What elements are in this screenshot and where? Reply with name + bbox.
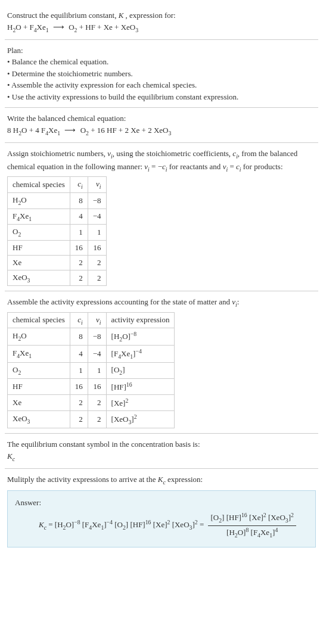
equation-unbalanced: H2O + F4Xe1 ⟶ O2 + HF + Xe + XeO3 <box>7 21 316 35</box>
section-symbol: The equilibrium constant symbol in the c… <box>5 434 318 469</box>
cell-species: HF <box>8 240 70 255</box>
table-row: XeO3 2 2 [XeO3]2 <box>8 411 175 428</box>
kc-expression: Kc = [H2O]−8 [F4Xe1]−4 [O2] [HF]16 [Xe]2… <box>15 511 308 540</box>
cell-species: Xe <box>8 255 70 270</box>
activity-table: chemical species ci νi activity expressi… <box>7 312 175 429</box>
t: [HF] <box>224 513 241 522</box>
cell-vi: 2 <box>88 255 106 270</box>
cell-species: O2 <box>8 225 70 241</box>
sub: 2 <box>18 231 21 238</box>
activity-text: Assemble the activity expressions accoun… <box>7 296 316 309</box>
section-multiply: Mulitply the activity expressions to arr… <box>5 469 318 552</box>
t: [XeO <box>170 520 189 529</box>
t: Xe <box>260 528 269 537</box>
t: expression: <box>166 475 203 484</box>
table-row: Xe 2 2 <box>8 255 107 270</box>
sub: i <box>100 319 101 325</box>
t: O <box>21 331 26 340</box>
stoich-text: Assign stoichiometric numbers, νi, using… <box>7 148 316 174</box>
sup: 2 <box>125 397 128 404</box>
t: = <box>198 520 206 529</box>
col-ci: ci <box>70 177 88 193</box>
multiply-text: Mulitply the activity expressions to arr… <box>7 474 316 487</box>
t: ] <box>122 365 125 374</box>
t: [XeO <box>266 513 285 522</box>
section-balanced: Write the balanced chemical equation: 8 … <box>5 108 318 143</box>
t: O <box>13 227 18 236</box>
t: [H <box>55 520 63 529</box>
col-activity: activity expression <box>106 312 175 328</box>
cell-vi: 2 <box>88 411 106 428</box>
t: O] <box>66 520 74 529</box>
cell-species: XeO3 <box>8 411 70 428</box>
stoich-table: chemical species ci νi H2O 8 −8 F4Xe1 4 … <box>7 176 107 286</box>
sup: 16 <box>126 381 132 388</box>
cell-ci: 8 <box>70 328 88 346</box>
sub: c <box>13 455 15 462</box>
balanced-title: Write the balanced chemical equation: <box>7 113 316 125</box>
table-row: H2O 8 −8 <box>8 192 107 209</box>
t: Xe <box>48 126 57 135</box>
t: O] <box>238 528 246 537</box>
t: [O <box>210 513 219 522</box>
section-activity: Assemble the activity expressions accoun… <box>5 291 318 434</box>
t: O + 4 F <box>21 126 45 135</box>
table-row: Xe 2 2 [Xe]2 <box>8 394 175 410</box>
cell-vi: 16 <box>88 240 106 255</box>
table-row: HF 16 16 <box>8 240 107 255</box>
sup: 16 <box>145 519 151 525</box>
cell-ci: 16 <box>70 378 88 394</box>
t: Xe <box>92 520 101 529</box>
plan-title: Plan: <box>7 45 316 57</box>
cell-ci: 1 <box>70 363 88 379</box>
cell-species: F4Xe1 <box>8 209 70 225</box>
cell-vi: −8 <box>88 328 106 346</box>
cell-vi: 1 <box>88 225 106 241</box>
cell-species: HF <box>8 378 70 394</box>
t: Xe <box>20 349 29 357</box>
t: O <box>13 365 18 374</box>
cell-ci: 2 <box>70 255 88 270</box>
sub: 3 <box>27 418 30 425</box>
v: K <box>39 520 44 529</box>
t: + 16 HF + 2 Xe + 2 XeO <box>89 126 169 135</box>
t: [H <box>226 528 235 537</box>
t: for reactants and <box>167 162 223 171</box>
sup: −4 <box>135 348 141 354</box>
section-construct: Construct the equilibrium constant, K , … <box>5 5 318 40</box>
t: [HF] <box>128 520 145 529</box>
t: + HF + Xe + XeO <box>77 23 135 32</box>
t: H <box>13 331 18 340</box>
table-row: HF 16 16 [HF]16 <box>8 378 175 394</box>
table-row: XeO3 2 2 <box>8 270 107 286</box>
numerator: [O2] [HF]16 [Xe]2 [XeO3]2 <box>208 511 296 526</box>
table-row: O2 1 1 [O2] <box>8 363 175 379</box>
t: Mulitply the activity expressions to arr… <box>7 475 158 484</box>
denominator: [H2O]8 [F4Xe1]4 <box>208 526 296 540</box>
fraction: [O2] [HF]16 [Xe]2 [XeO3]2[H2O]8 [F4Xe1]4 <box>208 511 296 540</box>
cell-vi: 16 <box>88 378 106 394</box>
sup: −8 <box>131 331 136 337</box>
t: Xe <box>121 349 130 358</box>
t: [Xe] <box>151 520 167 529</box>
cell-activity: [XeO3]2 <box>106 411 175 428</box>
symbol-text: The equilibrium constant symbol in the c… <box>7 438 316 450</box>
sup: −8 <box>74 519 80 525</box>
cell-vi: 2 <box>88 270 106 286</box>
cell-activity: [HF]16 <box>106 378 175 394</box>
sub: 2 <box>18 369 21 376</box>
arrow-icon: ⟶ <box>53 21 64 33</box>
sub: 3 <box>168 129 171 136</box>
sub: i <box>81 319 83 325</box>
text: , expression for: <box>126 11 176 20</box>
sup: −4 <box>107 519 113 525</box>
bullet: • Assemble the activity expression for e… <box>7 79 316 91</box>
sub: 1 <box>46 26 49 33</box>
cell-ci: 2 <box>70 270 88 286</box>
col-vi: νi <box>88 177 106 193</box>
t: [O <box>111 365 120 374</box>
t: XeO <box>13 273 27 282</box>
t: O + F <box>15 23 33 32</box>
cell-activity: [H2O]−8 <box>106 328 175 346</box>
bullet: • Balance the chemical equation. <box>7 56 316 68</box>
